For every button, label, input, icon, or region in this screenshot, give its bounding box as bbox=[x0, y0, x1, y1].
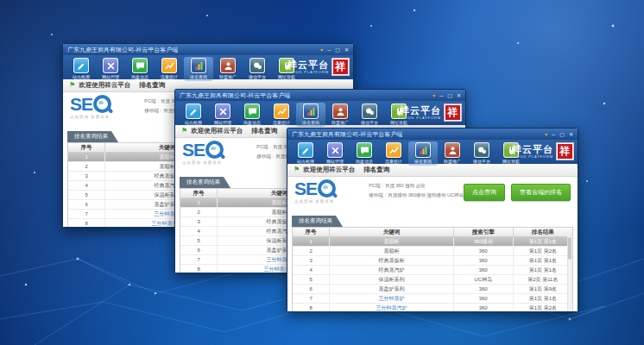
minimize-icon[interactable]: ─ bbox=[327, 47, 331, 53]
alliance-promo-icon bbox=[445, 142, 460, 158]
toolbar-item-alliance-promo[interactable]: 联盟推广 bbox=[438, 141, 467, 166]
toolbar-item-rank-query[interactable]: 排名查询 bbox=[408, 141, 438, 166]
toolbar-item-traffic-stats[interactable]: 流量统计 bbox=[155, 57, 184, 81]
title-bar[interactable]: 广东九鼎王厨具有限公司-祥云平台客户端 ▾ ─ ▢ ✕ bbox=[63, 44, 353, 55]
cell-index: 2 bbox=[68, 162, 105, 171]
table-row[interactable]: 5保温柜系列UC神马第2页 第11名 bbox=[293, 275, 572, 285]
maximize-icon[interactable]: ▢ bbox=[447, 93, 452, 98]
results-tab[interactable]: 排名查询结果 bbox=[180, 177, 230, 188]
brand-area: 祥云平台 CLOUD PLATFORM 祥 bbox=[287, 58, 350, 76]
table-scrollbar[interactable] bbox=[567, 236, 572, 312]
cell-index: 7 bbox=[293, 294, 330, 303]
close-icon[interactable]: ✕ bbox=[344, 47, 349, 53]
maximize-icon[interactable]: ▢ bbox=[335, 47, 340, 53]
scrollbar-thumb[interactable] bbox=[568, 237, 571, 260]
inquiry-message-icon bbox=[244, 104, 260, 119]
toolbar-item-rank-query[interactable]: 排名查询 bbox=[296, 103, 325, 127]
toolbar-item-label: 排名查询 bbox=[302, 120, 319, 125]
table-row[interactable]: 1蒸箱柜360移动第1页 第1名 bbox=[293, 237, 572, 247]
site-monitor-icon bbox=[298, 142, 313, 158]
table-row[interactable]: 7三分钟蒸炉360第1页 第1名 bbox=[293, 294, 572, 304]
toolbar-item-label: 流量统计 bbox=[161, 74, 178, 79]
minimize-icon[interactable]: ─ bbox=[552, 132, 555, 137]
toolbar-item-site-manage[interactable]: 网站管理 bbox=[208, 103, 237, 127]
cell-index: 3 bbox=[293, 256, 330, 265]
header-keyword: 关键词 bbox=[330, 228, 454, 236]
alliance-promo-icon bbox=[332, 104, 348, 119]
cell-keyword: 三分钟蒸汽炉 bbox=[330, 304, 454, 312]
minimize-icon[interactable]: ─ bbox=[439, 93, 443, 98]
table-header: 序号 关键词 搜索引擎 排名结果 bbox=[293, 228, 572, 237]
cell-engine: 360 bbox=[454, 256, 514, 265]
toolbar-item-label: 网站管理 bbox=[326, 159, 344, 164]
table-row[interactable]: 8三分钟蒸汽炉360第1页 第2名 bbox=[293, 304, 572, 312]
toolbar-item-site-monitor[interactable]: 站点检测 bbox=[179, 103, 208, 127]
toolbar-item-traffic-stats[interactable]: 流量统计 bbox=[379, 141, 408, 166]
results-tab[interactable]: 排名查询结果 bbox=[292, 216, 343, 227]
skin-menu-icon[interactable]: ▾ bbox=[320, 47, 323, 53]
toolbar-item-label: 询盘信息 bbox=[243, 120, 261, 125]
table-row[interactable]: 6蒸盘炉系列360第1页 第9名 bbox=[293, 285, 572, 294]
title-bar[interactable]: 广东九鼎王厨具有限公司-祥云平台客户端 ▾ ─ ▢ ✕ bbox=[287, 129, 578, 140]
toolbar-item-traffic-stats[interactable]: 流量统计 bbox=[267, 103, 296, 127]
toolbar-item-wechat-platform[interactable]: 微信平台 bbox=[467, 141, 496, 166]
wechat-platform-icon bbox=[362, 104, 377, 119]
cell-result: 第1页 第1名 bbox=[514, 294, 572, 303]
maximize-icon[interactable]: ▢ bbox=[559, 132, 565, 137]
site-monitor-icon bbox=[73, 58, 89, 73]
toolbar-item-site-monitor[interactable]: 站点检测 bbox=[291, 141, 320, 166]
skin-menu-icon[interactable]: ▾ bbox=[432, 93, 435, 98]
cell-result: 第1页 第2名 bbox=[514, 247, 572, 255]
toolbar-item-site-monitor[interactable]: 站点检测 bbox=[66, 57, 96, 81]
close-icon[interactable]: ✕ bbox=[457, 93, 461, 98]
results-tab[interactable]: 排名查询结果 bbox=[67, 131, 118, 142]
cell-engine: 360 bbox=[454, 285, 514, 293]
window-title: 广东九鼎王厨具有限公司-祥云平台客户端 bbox=[67, 46, 178, 54]
toolbar-item-alliance-promo[interactable]: 联盟推广 bbox=[325, 103, 355, 127]
cell-index: 2 bbox=[293, 247, 330, 255]
table-row[interactable]: 2蒸箱柜360第1页 第2名 bbox=[293, 247, 572, 256]
magnifier-icon bbox=[93, 95, 111, 113]
cell-engine: 360 bbox=[454, 294, 514, 303]
query-button[interactable]: 点击查询 bbox=[464, 184, 505, 201]
toolbar-item-wechat-platform[interactable]: 微信平台 bbox=[243, 57, 272, 81]
welcome-text: 欢迎使用祥云平台 bbox=[191, 127, 243, 135]
app-window[interactable]: 广东九鼎王厨具有限公司-祥云平台客户端 ▾ ─ ▢ ✕ 站点检测网站管理询盘信息… bbox=[287, 128, 578, 312]
skin-menu-icon[interactable]: ▾ bbox=[545, 132, 547, 137]
cell-engine: UC神马 bbox=[454, 275, 514, 284]
cell-result: 第1页 第1名 bbox=[514, 256, 572, 265]
cell-index: 8 bbox=[180, 265, 218, 273]
close-icon[interactable]: ✕ bbox=[569, 132, 573, 137]
seo-tagline: 点击查询 全面排名 bbox=[70, 115, 139, 119]
cell-index: 3 bbox=[68, 172, 105, 180]
cell-result: 第1页 第1名 bbox=[514, 266, 572, 274]
toolbar-item-rank-query[interactable]: 排名查询 bbox=[184, 57, 213, 81]
toolbar-item-site-manage[interactable]: 网站管理 bbox=[96, 57, 125, 81]
toolbar-item-wechat-platform[interactable]: 微信平台 bbox=[355, 103, 384, 127]
cloud-rank-button[interactable]: 查看云端的排名 bbox=[511, 184, 571, 201]
cell-engine: 360 bbox=[454, 266, 514, 274]
cell-keyword: 蒸箱柜 bbox=[330, 237, 454, 246]
toolbar-item-inquiry-message[interactable]: 询盘信息 bbox=[350, 141, 379, 166]
cell-keyword: 经典蒸汽炉 bbox=[330, 266, 454, 274]
toolbar-item-alliance-promo[interactable]: 联盟推广 bbox=[213, 57, 243, 81]
brand-logo-icon: 祥 bbox=[556, 142, 574, 160]
toolbar-item-site-manage[interactable]: 网站管理 bbox=[320, 141, 350, 166]
title-bar[interactable]: 广东九鼎王厨具有限公司-祥云平台客户端 ▾ ─ ▢ ✕ bbox=[175, 90, 465, 101]
alliance-promo-icon bbox=[220, 58, 236, 73]
brand-subtitle: CLOUD PLATFORM bbox=[511, 155, 553, 159]
section-title: 排名查询 bbox=[251, 127, 277, 135]
pc-engines-line: PC端：百度 360 搜狗 必应 bbox=[369, 184, 464, 189]
table-row[interactable]: 3经典蒸饭柜360第1页 第1名 bbox=[293, 256, 572, 266]
section-title: 排名查询 bbox=[139, 81, 165, 89]
table-row[interactable]: 4经典蒸汽炉360第1页 第1名 bbox=[293, 266, 572, 275]
toolbar-item-label: 询盘信息 bbox=[131, 74, 148, 79]
site-monitor-icon bbox=[186, 104, 201, 119]
cell-index: 6 bbox=[293, 285, 330, 293]
toolbar-item-label: 联盟推广 bbox=[444, 159, 461, 164]
mobile-engines-line: 移动端：百度移动 360移动 搜狗移动 UC神马 bbox=[369, 193, 464, 198]
toolbar-item-inquiry-message[interactable]: 询盘信息 bbox=[237, 103, 267, 127]
seo-logo-text: SE bbox=[70, 95, 92, 113]
toolbar-item-inquiry-message[interactable]: 询盘信息 bbox=[125, 57, 155, 81]
toolbar-item-label: 站点检测 bbox=[185, 120, 202, 125]
